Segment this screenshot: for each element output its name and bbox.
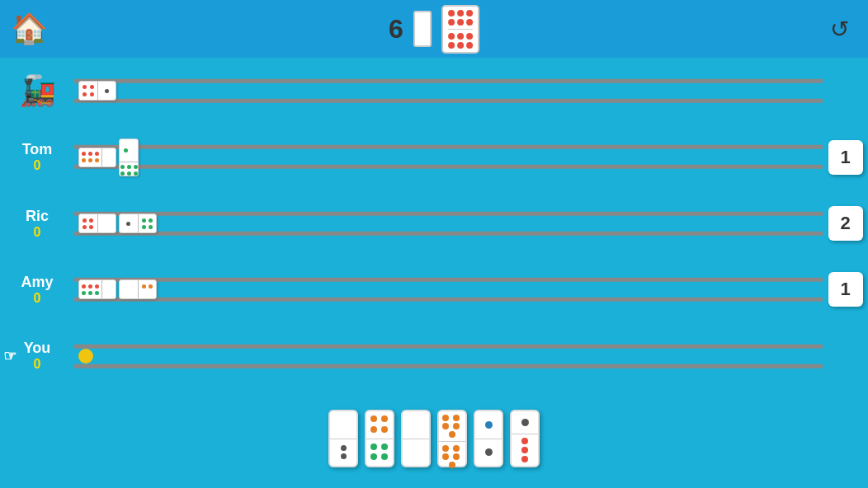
dot — [485, 448, 493, 456]
dot — [105, 152, 109, 156]
domino-half-bottom — [120, 162, 138, 178]
dot — [370, 443, 377, 450]
svg-rect-9 — [74, 190, 823, 256]
dot — [124, 148, 128, 152]
ric-domino-1[interactable] — [78, 214, 116, 233]
player-score-ric: 0 — [34, 225, 41, 240]
domino-half-left — [79, 82, 98, 100]
tom-domino-1[interactable] — [78, 148, 116, 167]
cdot — [448, 10, 455, 16]
your-turn-marker — [78, 349, 93, 364]
track-domino-1[interactable] — [78, 81, 116, 101]
tom-domino-2[interactable] — [119, 138, 139, 176]
badge-slot-amy: 1 — [824, 256, 866, 322]
dot — [88, 284, 92, 289]
dot — [453, 415, 460, 421]
dot — [485, 421, 493, 429]
cdot — [457, 19, 464, 26]
dot — [341, 445, 347, 451]
dot — [521, 419, 529, 426]
dot — [105, 158, 109, 162]
track-rail-2 — [74, 124, 823, 190]
hand-domino-3[interactable] — [401, 410, 431, 467]
track-you[interactable] — [74, 323, 823, 389]
dot — [105, 284, 109, 289]
hand-domino-6-bottom — [512, 434, 538, 466]
dot — [83, 85, 87, 89]
hand-domino-3-bottom — [403, 439, 429, 467]
dot — [95, 152, 99, 156]
dot — [370, 415, 377, 422]
dot — [82, 152, 86, 156]
dot — [130, 148, 134, 152]
dot — [333, 426, 339, 432]
amy-domino-2[interactable] — [119, 279, 157, 299]
player-label-ric: Ric 0 — [0, 190, 74, 256]
domino-divider — [448, 29, 473, 30]
cdot — [457, 42, 464, 49]
hand-domino-5-bottom — [475, 439, 502, 467]
player-label-amy: Amy 0 — [0, 256, 74, 322]
amy-domino-1[interactable] — [78, 279, 116, 299]
dot — [95, 284, 99, 289]
badge-slot-tom: 1 — [824, 125, 866, 191]
domino-half-right — [139, 280, 157, 298]
badge-amy: 1 — [828, 272, 863, 307]
hand-domino-4[interactable] — [437, 410, 467, 467]
center-domino-mid — [448, 19, 473, 26]
dot — [521, 456, 528, 462]
dot — [83, 92, 87, 96]
dot — [83, 225, 87, 229]
center-domino — [441, 5, 479, 54]
hand-domino-5[interactable] — [474, 410, 503, 467]
dot — [134, 171, 138, 176]
track-rail-4 — [74, 256, 823, 322]
cdot — [448, 19, 455, 26]
tom-track-dominos — [78, 138, 139, 176]
svg-rect-13 — [74, 256, 823, 322]
hand-domino-2[interactable] — [365, 410, 394, 467]
badge-slot-ric: 2 — [824, 190, 866, 256]
dot — [95, 291, 99, 295]
domino-half-left — [120, 280, 139, 298]
dot — [370, 453, 377, 460]
cdot — [448, 42, 455, 49]
hand-domino-6-top — [512, 411, 538, 434]
hand-domino-4-top — [439, 411, 465, 442]
track-train[interactable] — [74, 58, 823, 124]
dot — [381, 443, 388, 450]
svg-rect-5 — [74, 124, 823, 190]
dot — [521, 447, 528, 453]
dot — [453, 423, 460, 429]
dot — [105, 291, 109, 295]
dot — [345, 426, 351, 432]
domino-indicator — [413, 11, 432, 47]
hand-domino-1[interactable] — [328, 410, 358, 467]
home-button[interactable]: 🏠 — [8, 8, 50, 49]
dot — [127, 171, 131, 176]
dot — [82, 158, 86, 162]
dot — [105, 89, 109, 93]
dot — [95, 158, 99, 162]
player-name-tom: Tom — [22, 141, 53, 158]
track-amy[interactable] — [74, 256, 823, 322]
refresh-button[interactable]: ↺ — [818, 8, 860, 49]
dot — [126, 215, 130, 219]
player-label-train: 🚂 — [0, 58, 74, 124]
hand-domino-6[interactable] — [510, 410, 540, 467]
dot — [108, 218, 112, 223]
track-tom[interactable] — [74, 124, 823, 190]
track-ric[interactable] — [74, 190, 823, 256]
ric-domino-2[interactable] — [119, 214, 157, 233]
dot — [88, 152, 92, 156]
hand-domino-1-bottom — [330, 439, 356, 467]
tracks-area — [74, 58, 823, 389]
dot — [449, 431, 455, 438]
player-score-tom: 0 — [34, 158, 41, 173]
dot — [105, 96, 109, 101]
dot — [449, 462, 455, 468]
train-icon: 🚂 — [19, 73, 56, 108]
player-name-you: You — [24, 340, 51, 357]
dot — [149, 225, 153, 229]
domino-half-right — [102, 148, 118, 167]
